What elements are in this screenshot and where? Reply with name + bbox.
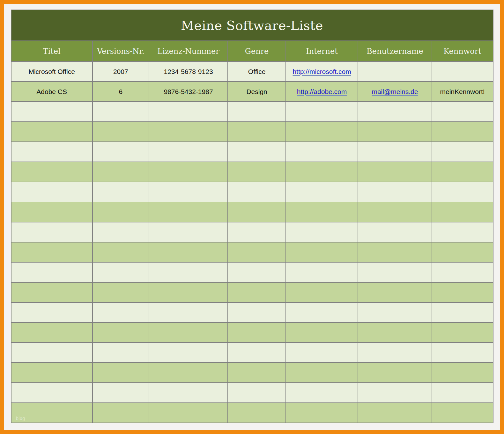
empty-cell [93,162,149,182]
cell-benutzername: mail@meins.de [358,82,432,102]
empty-cell [286,222,358,242]
table-row-empty [11,142,493,162]
empty-cell [93,403,149,423]
table-row: Adobe CS 6 9876-5432-1987 Design http://… [11,82,493,102]
empty-cell [149,102,228,122]
column-header-titel: Titel [11,41,93,61]
table-row-empty [11,363,493,383]
empty-cell [11,202,93,222]
empty-cell [228,302,285,322]
column-header-lizenz-nummer: Lizenz-Nummer [149,41,228,61]
empty-cell [358,122,432,142]
empty-cell [93,363,149,383]
empty-cell [93,142,149,162]
table-row-empty [11,122,493,142]
cell-versions-nr: 6 [93,82,149,102]
empty-cell [286,142,358,162]
column-header-row: Titel Versions-Nr. Lizenz-Nummer Genre I… [11,41,493,61]
cell-genre: Office [228,61,285,82]
empty-cell [432,162,493,182]
empty-cell [432,242,493,262]
table-row-empty [11,222,493,242]
empty-cell [432,102,493,122]
empty-cell [149,182,228,202]
cell-versions-nr: 2007 [93,61,149,82]
empty-cell [228,383,285,403]
empty-cell [93,242,149,262]
empty-cell [286,242,358,262]
empty-cell [432,363,493,383]
benutzername-link[interactable]: mail@meins.de [372,88,418,95]
empty-cell [432,262,493,282]
empty-cell [149,282,228,302]
empty-cell [228,322,285,343]
empty-cell [93,222,149,242]
empty-cell [358,222,432,242]
empty-cell [358,102,432,122]
empty-cell [11,282,93,302]
empty-cell [358,182,432,202]
internet-link[interactable]: http://microsoft.com [293,68,351,75]
cell-kennwort: - [432,61,493,82]
table-row: Microsoft Office 2007 1234-5678-9123 Off… [11,61,493,82]
empty-cell [358,403,432,423]
empty-cell [11,102,93,122]
empty-cell [228,282,285,302]
empty-cell [11,322,93,343]
cell-titel: Microsoft Office [11,61,93,82]
empty-cell [228,202,285,222]
empty-cell [228,403,285,423]
empty-cell [11,122,93,142]
empty-cell [432,383,493,403]
empty-cell [11,262,93,282]
empty-cell [358,202,432,222]
table-row-empty [11,262,493,282]
empty-cell [286,282,358,302]
empty-cell [149,122,228,142]
empty-cell [286,363,358,383]
empty-cell [149,202,228,222]
title-bar: Meine Software-Liste [11,10,493,41]
table-row-empty [11,343,493,363]
empty-cell [149,363,228,383]
table-row-empty [11,202,493,222]
empty-cell [228,182,285,202]
empty-cell [149,302,228,322]
empty-cell [11,383,93,403]
empty-cell [228,262,285,282]
empty-cell [286,122,358,142]
empty-cell [286,102,358,122]
cell-lizenz-nummer: 1234-5678-9123 [149,61,228,82]
empty-cell [286,182,358,202]
internet-link[interactable]: http://adobe.com [297,88,347,95]
empty-cell [11,162,93,182]
empty-cell [432,202,493,222]
empty-cell [149,222,228,242]
empty-cell [358,162,432,182]
empty-cell [93,322,149,343]
empty-cell [149,242,228,262]
empty-cell [358,343,432,363]
empty-cell [149,403,228,423]
empty-cell [358,262,432,282]
cell-titel: Adobe CS [11,82,93,102]
cell-genre: Design [228,82,285,102]
empty-cell [432,222,493,242]
table-row-empty [11,383,493,403]
column-header-genre: Genre [228,41,285,61]
empty-cell [286,162,358,182]
empty-cell [149,383,228,403]
empty-cell [93,343,149,363]
empty-cell [228,343,285,363]
empty-cell [11,343,93,363]
column-header-benutzername: Benutzername [358,41,432,61]
empty-cell [432,282,493,302]
empty-cell [93,122,149,142]
table-row-empty [11,302,493,322]
empty-cell [286,202,358,222]
cell-internet: http://microsoft.com [286,61,358,82]
empty-cell [228,162,285,182]
empty-cell [11,182,93,202]
empty-cell [11,302,93,322]
column-header-versions-nr: Versions-Nr. [93,41,149,61]
